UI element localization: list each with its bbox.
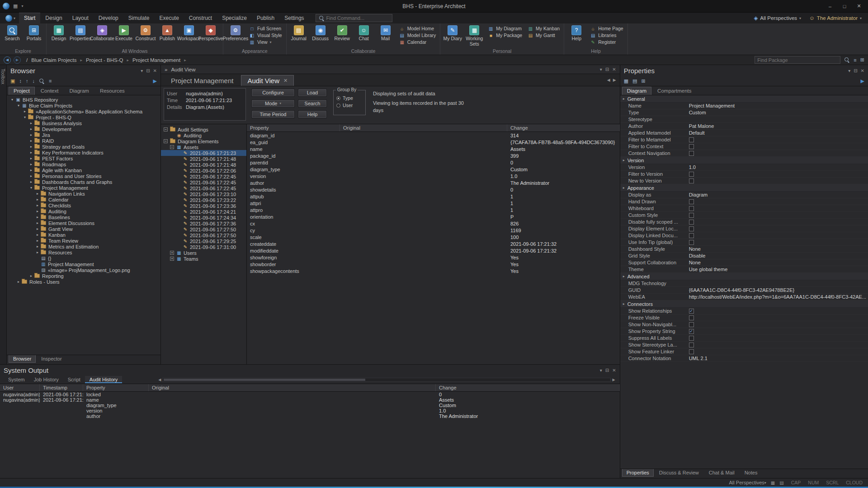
move-up-icon[interactable]: ↑: [26, 78, 28, 84]
ribbon-tab-settings[interactable]: Settings: [279, 13, 309, 23]
expand-icon[interactable]: ▸: [35, 192, 40, 196]
find-package-input[interactable]: [757, 57, 838, 63]
browser-tree-item[interactable]: ▸Calendar: [7, 197, 160, 202]
table-row[interactable]: diagram_typeCustom: [0, 403, 620, 408]
move-down-icon[interactable]: ↓: [32, 78, 35, 84]
ribbon-button-search[interactable]: Search: [2, 24, 23, 42]
find-command-box[interactable]: [316, 14, 392, 22]
ribbon-button-perspective[interactable]: ◆Perspective: [200, 24, 221, 42]
audit-log-item[interactable]: ✎2021-09-06 17:22:45: [161, 179, 246, 185]
expand-icon[interactable]: ▸: [16, 280, 21, 284]
maximize-button[interactable]: □: [838, 2, 851, 11]
ribbon-tab-specialize[interactable]: Specialize: [217, 13, 252, 23]
audit-log-item[interactable]: +▦Teams: [161, 256, 246, 262]
properties-section-version[interactable]: ▸Version: [620, 157, 868, 164]
ribbon-button-home-page[interactable]: ⌂Home Page: [589, 26, 624, 31]
checkbox-filter-to-version[interactable]: [689, 172, 694, 177]
app-menu[interactable]: ▾: [2, 13, 19, 23]
group-by-option-user[interactable]: User: [336, 102, 363, 109]
ribbon-button-my-kanban[interactable]: ▥My Kanban: [526, 26, 561, 31]
ribbon-button-model-home[interactable]: ⌂Model Home: [398, 26, 438, 31]
property-value-support-collaboration[interactable]: None: [689, 260, 868, 265]
column-header-property[interactable]: Property: [83, 384, 149, 391]
ribbon-button-working-sets[interactable]: ▦Working Sets: [464, 24, 485, 47]
table-row[interactable]: diagram_typeCustom: [247, 166, 620, 173]
expand-icon[interactable]: ▸: [28, 174, 34, 178]
checkbox-context-navigation[interactable]: [689, 151, 694, 156]
audit-log-item[interactable]: ✎2021-09-06 17:22:06: [161, 168, 246, 174]
audit-log-item[interactable]: −▦Assets: [161, 144, 246, 150]
table-row[interactable]: attpro1: [247, 206, 620, 213]
ribbon-button-properties[interactable]: ▤Properties: [70, 24, 91, 42]
browser-tree-item[interactable]: ▸Dashboards Charts and Graphs: [7, 179, 160, 185]
ribbon-tab-develop[interactable]: Develop: [94, 13, 123, 23]
browser-tree-item[interactable]: ▸RAID: [7, 138, 160, 144]
browser-tab-project[interactable]: Project: [9, 87, 35, 95]
browser-tree-item[interactable]: ▸Metrics and Estimation: [7, 244, 160, 249]
checkbox-suppress-all-labels[interactable]: [689, 336, 694, 341]
properties-section-appearance[interactable]: ▸Appearance: [620, 184, 868, 192]
table-row[interactable]: showborderYes: [247, 261, 620, 267]
checkbox-custom-style[interactable]: [689, 213, 694, 218]
ribbon-button-portals[interactable]: ⊞Portals: [24, 24, 44, 42]
property-value-webea[interactable]: http://localhost/WebEA/index.php?m=1&o=6…: [689, 294, 868, 300]
search-button[interactable]: Search: [298, 99, 327, 108]
time-period-button[interactable]: Time Period: [251, 110, 295, 118]
expand-icon[interactable]: ▸: [28, 150, 34, 155]
browser-tree-item[interactable]: ▸Jira: [7, 132, 160, 138]
panel-menu-icon[interactable]: ▾: [141, 68, 143, 73]
scroll-left-icon[interactable]: ◀: [158, 378, 161, 382]
properties-bottom-tab-discuss-review[interactable]: Discuss & Review: [655, 469, 703, 477]
close-tab-icon[interactable]: ✕: [283, 78, 288, 84]
list-options-icon[interactable]: ≡: [854, 57, 856, 63]
ribbon-button-collaborate[interactable]: ◈Collaborate: [92, 24, 113, 42]
close-icon[interactable]: ✕: [612, 67, 616, 72]
browser-tree-item[interactable]: ▸Business Analysis: [7, 120, 160, 126]
expand-icon[interactable]: ▸: [35, 227, 40, 231]
system-output-tab-system[interactable]: System: [4, 376, 29, 383]
audit-log-item[interactable]: ✎2021-09-06 17:27:50: [161, 226, 246, 232]
browser-tree-item[interactable]: ▸Roles - Users: [7, 279, 160, 285]
table-row[interactable]: ea_guid{7CAFA78A-FB7B-48a5-98FA-494DC367…: [247, 139, 620, 145]
expand-icon[interactable]: ▸: [28, 274, 34, 278]
expand-icon[interactable]: ▸: [28, 180, 34, 184]
checkbox-show-non-navigabl[interactable]: [689, 322, 694, 327]
pin-icon[interactable]: ⊟: [605, 67, 609, 72]
save-icon[interactable]: ▦: [13, 3, 18, 9]
property-value-display-as[interactable]: Diagram: [689, 192, 868, 197]
minimize-button[interactable]: –: [824, 2, 836, 11]
breadcrumb-item-project-bhs-q[interactable]: Project - BHS-Q: [85, 57, 124, 63]
browser-tree-item[interactable]: ▾▣BHS Repository: [7, 97, 160, 103]
property-value-type[interactable]: Custom: [689, 110, 868, 115]
property-value-connector-notation[interactable]: UML 2.1: [689, 356, 868, 361]
ribbon-button-my-package[interactable]: ■My Package: [486, 33, 524, 38]
checkbox-disable-fully-scoped[interactable]: [689, 220, 694, 225]
audit-log-item[interactable]: ✎2021-09-06 17:27:50: [161, 232, 246, 238]
ribbon-tab-design[interactable]: Design: [40, 13, 67, 23]
table-row[interactable]: diagram_id314: [247, 132, 620, 139]
system-output-tab-script[interactable]: Script: [63, 376, 85, 383]
ribbon-tab-start[interactable]: Start: [19, 13, 40, 23]
expand-icon[interactable]: ▸: [28, 168, 34, 172]
browser-tab-diagram[interactable]: Diagram: [64, 87, 94, 95]
browser-tree-item[interactable]: ▤{}: [7, 255, 160, 261]
audit-log-item[interactable]: ✎2021-09-06 17:21:23: [161, 150, 246, 156]
browser-bottom-tab-browser[interactable]: Browser: [9, 355, 36, 363]
new-package-icon[interactable]: ▣: [10, 78, 15, 84]
checkbox-display-linked-docu[interactable]: [689, 233, 694, 238]
property-value-version[interactable]: 1.0: [689, 164, 868, 170]
table-row[interactable]: nugavina(admin)2021-09-06 17:21:23nameAs…: [0, 397, 620, 403]
tab-scroll-right-icon[interactable]: ▶: [613, 78, 616, 82]
close-button[interactable]: ✕: [853, 2, 865, 11]
browser-tree-item[interactable]: ▸Roadmaps: [7, 161, 160, 167]
table-row[interactable]: cx826: [247, 220, 620, 227]
property-value-grid-style[interactable]: Disable: [689, 253, 868, 258]
table-row[interactable]: package_id399: [247, 152, 620, 159]
close-icon[interactable]: ✕: [861, 68, 864, 73]
panel-menu-icon[interactable]: ▾: [600, 368, 602, 373]
expand-icon[interactable]: ▸: [22, 109, 28, 113]
column-header-property[interactable]: Property: [247, 124, 340, 131]
expand-icon[interactable]: ▸: [28, 121, 34, 125]
audit-log-item[interactable]: ✎2021-09-06 17:24:34: [161, 215, 246, 221]
checkbox-show-property-string[interactable]: ✓: [689, 329, 694, 334]
